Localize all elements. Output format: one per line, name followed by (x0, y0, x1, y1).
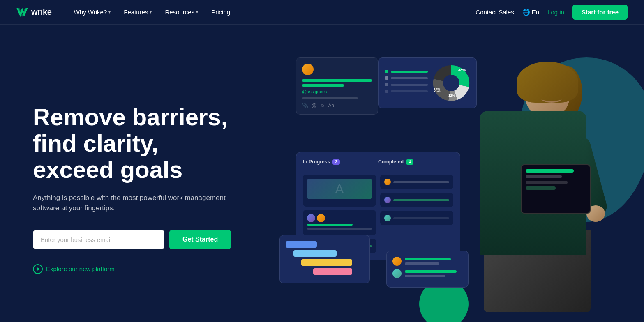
legend-bar-green (391, 71, 428, 73)
get-started-button[interactable]: Get Started (169, 230, 231, 249)
chat-row-1 (392, 257, 462, 266)
chat-bars-1 (405, 258, 462, 265)
tablet-screen (522, 165, 590, 194)
attachment-icon: 📎 (302, 103, 308, 108)
chevron-down-icon: ▾ (108, 10, 111, 14)
completed-avatar-2 (384, 197, 391, 203)
gantt-bar-3 (301, 259, 352, 266)
contact-sales-link[interactable]: Contact Sales (475, 9, 514, 16)
board-in-progress-header: In Progress 2 (303, 159, 378, 165)
completed-bar-1 (393, 181, 449, 183)
chevron-down-icon: ▾ (196, 10, 198, 14)
board-avatar-2 (317, 214, 325, 222)
completed-person-row-1 (384, 179, 449, 185)
completed-person-row-3 (384, 215, 449, 221)
legend-bar-gray1 (391, 77, 428, 79)
nav-resources[interactable]: Resources ▾ (159, 5, 204, 19)
board-item-avatars (307, 214, 372, 222)
pie-label-25b: 25% (434, 87, 440, 91)
explore-platform-link[interactable]: Explore our new platform (33, 264, 271, 274)
legend-dot-gray1 (385, 76, 388, 80)
pie-chart-card: 38% 25% 12% 25% (378, 58, 477, 108)
navbar: wrike Why Wrike? ▾ Features ▾ Resources … (0, 0, 644, 25)
progress-bar-half (302, 84, 344, 87)
login-button[interactable]: Log in (547, 9, 564, 16)
tablet-bar-2 (526, 175, 562, 178)
tablet-bar-1 (526, 169, 574, 172)
mention-icon: @ (312, 103, 316, 108)
nav-why-wrike[interactable]: Why Wrike? ▾ (68, 5, 117, 19)
pie-legend (385, 70, 428, 96)
legend-bar-gray3 (391, 90, 428, 92)
board-header: In Progress 2 Completed 4 (303, 159, 453, 165)
chat-bar-g2 (405, 270, 457, 273)
completed-column (380, 175, 453, 253)
email-form: Get Started (33, 230, 271, 249)
play-icon (33, 264, 43, 274)
language-selector[interactable]: 🌐 En (522, 9, 539, 16)
board-item-1: A (303, 175, 376, 207)
completed-bar-2 (393, 199, 449, 201)
pie-chart-container: 38% 25% 12% 25% (385, 64, 470, 101)
completed-person-row-2 (384, 197, 449, 203)
completed-avatar-3 (384, 215, 391, 221)
board-bar-gray (307, 228, 372, 230)
completed-bar-3 (393, 217, 449, 219)
nav-features[interactable]: Features ▾ (118, 5, 157, 19)
progress-bar-full (302, 79, 372, 82)
pie-label-38: 38% (458, 68, 466, 72)
chat-avatar-2 (392, 269, 402, 278)
wrike-logo-icon (16, 8, 28, 17)
completed-badge: 4 (406, 159, 413, 165)
person-smile (541, 94, 562, 103)
task-card: @assignees 📎 @ ☺ Aa (296, 58, 378, 115)
hero-subtitle: Anything is possible with the most power… (33, 193, 230, 214)
hero-illustrations: @assignees 📎 @ ☺ Aa (271, 49, 628, 322)
tablet-bar-4 (526, 186, 556, 190)
completed-item-2 (380, 193, 453, 207)
task-bar-gray (302, 97, 358, 99)
logo[interactable]: wrike (16, 7, 52, 17)
text-icon: Aa (328, 103, 334, 108)
board-item-2 (303, 210, 376, 235)
completed-avatar-1 (384, 179, 391, 185)
legend-dot-green (385, 70, 388, 73)
legend-bar-gray2 (391, 84, 428, 86)
task-avatar (302, 64, 314, 75)
in-progress-badge: 2 (332, 159, 340, 165)
chat-bars-2 (405, 270, 462, 277)
tablet-device (521, 164, 591, 214)
task-toolbar: 📎 @ ☺ Aa (302, 103, 372, 108)
chat-bar-g1 (405, 258, 451, 260)
email-input[interactable] (33, 230, 164, 249)
hero-title: Remove barriers, find clarity, exceed go… (33, 104, 271, 182)
task-assignees-label: @assignees (302, 89, 372, 94)
nav-right: Contact Sales 🌐 En Log in Start for free (475, 5, 628, 20)
brand-name: wrike (31, 7, 52, 17)
chat-avatar-1 (392, 257, 402, 266)
chat-bar-1 (405, 262, 439, 265)
hero-content: Remove barriers, find clarity, exceed go… (33, 104, 271, 274)
emoji-icon: ☺ (320, 103, 325, 108)
gantt-bar-4 (313, 268, 352, 275)
legend-item-4 (385, 90, 428, 93)
board-underline (303, 170, 378, 170)
legend-dot-gray3 (385, 90, 388, 93)
legend-item-1 (385, 70, 428, 73)
globe-icon: 🌐 (522, 9, 530, 16)
legend-item-2 (385, 76, 428, 80)
start-free-button[interactable]: Start for free (572, 5, 628, 20)
board-completed-header: Completed 4 (378, 159, 453, 165)
pie-label-12: 12% (448, 94, 467, 97)
legend-dot-gray2 (385, 83, 388, 86)
board-progress-bar (307, 224, 353, 226)
nav-links: Why Wrike? ▾ Features ▾ Resources ▾ Pric… (68, 5, 476, 19)
svg-point-1 (443, 75, 459, 91)
nav-pricing[interactable]: Pricing (205, 5, 236, 19)
gantt-bar-1 (286, 241, 317, 248)
legend-item-3 (385, 83, 428, 86)
chat-bar-2 (405, 275, 445, 277)
hero-section: Remove barriers, find clarity, exceed go… (0, 25, 644, 322)
gantt-card (279, 235, 370, 283)
chat-row-2 (392, 269, 462, 278)
